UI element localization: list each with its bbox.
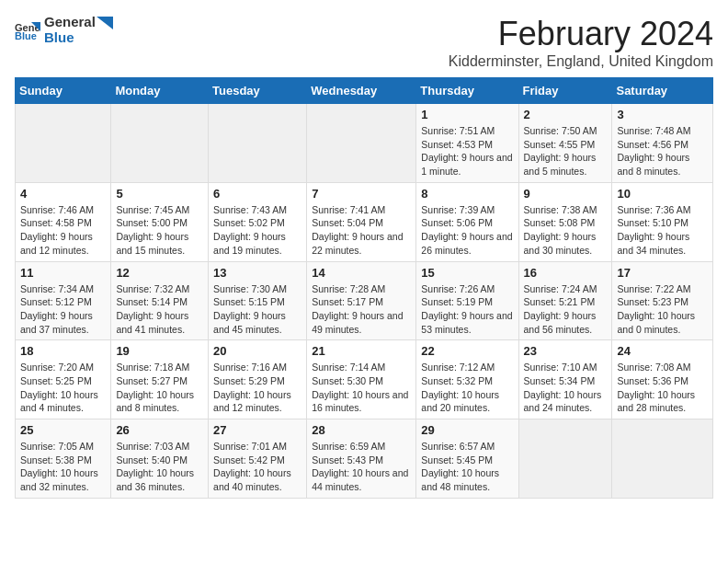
col-header-friday: Friday <box>518 78 612 104</box>
calendar-table: SundayMondayTuesdayWednesdayThursdayFrid… <box>15 77 713 499</box>
day-info: Sunrise: 7:41 AMSunset: 5:04 PMDaylight:… <box>312 203 411 258</box>
day-info: Sunrise: 7:30 AMSunset: 5:15 PMDaylight:… <box>213 282 301 337</box>
page-title: February 2024 <box>449 15 713 53</box>
calendar-cell: 26Sunrise: 7:03 AMSunset: 5:40 PMDayligh… <box>111 419 209 499</box>
week-row-2: 4Sunrise: 7:46 AMSunset: 4:58 PMDaylight… <box>16 182 713 261</box>
day-info: Sunrise: 7:08 AMSunset: 5:36 PMDaylight:… <box>617 361 708 415</box>
col-header-thursday: Thursday <box>416 78 518 104</box>
day-number: 25 <box>20 423 106 437</box>
week-row-4: 18Sunrise: 7:20 AMSunset: 5:25 PMDayligh… <box>16 340 713 419</box>
calendar-cell: 23Sunrise: 7:10 AMSunset: 5:34 PMDayligh… <box>518 340 612 419</box>
week-row-5: 25Sunrise: 7:05 AMSunset: 5:38 PMDayligh… <box>16 419 713 499</box>
logo-arrow <box>97 17 113 29</box>
calendar-cell: 5Sunrise: 7:45 AMSunset: 5:00 PMDaylight… <box>111 182 209 261</box>
calendar-cell: 7Sunrise: 7:41 AMSunset: 5:04 PMDaylight… <box>307 182 416 261</box>
calendar-cell: 15Sunrise: 7:26 AMSunset: 5:19 PMDayligh… <box>416 261 518 340</box>
day-info: Sunrise: 7:36 AMSunset: 5:10 PMDaylight:… <box>617 203 708 258</box>
calendar-cell: 8Sunrise: 7:39 AMSunset: 5:06 PMDaylight… <box>416 182 518 261</box>
day-number: 23 <box>524 344 608 358</box>
logo-general: General <box>44 14 96 29</box>
logo-blue: Blue <box>44 30 114 46</box>
calendar-cell: 29Sunrise: 6:57 AMSunset: 5:45 PMDayligh… <box>416 419 518 499</box>
header-row: SundayMondayTuesdayWednesdayThursdayFrid… <box>16 78 713 104</box>
day-info: Sunrise: 7:45 AMSunset: 5:00 PMDaylight:… <box>116 203 203 258</box>
day-info: Sunrise: 7:24 AMSunset: 5:21 PMDaylight:… <box>524 282 608 337</box>
day-info: Sunrise: 7:18 AMSunset: 5:27 PMDaylight:… <box>116 361 203 415</box>
calendar-cell: 17Sunrise: 7:22 AMSunset: 5:23 PMDayligh… <box>612 261 713 340</box>
day-number: 8 <box>421 187 513 201</box>
calendar-cell: 9Sunrise: 7:38 AMSunset: 5:08 PMDaylight… <box>518 182 612 261</box>
col-header-tuesday: Tuesday <box>209 78 307 104</box>
col-header-monday: Monday <box>111 78 209 104</box>
day-info: Sunrise: 7:20 AMSunset: 5:25 PMDaylight:… <box>20 361 106 415</box>
day-info: Sunrise: 7:14 AMSunset: 5:30 PMDaylight:… <box>312 361 411 415</box>
calendar-cell: 18Sunrise: 7:20 AMSunset: 5:25 PMDayligh… <box>16 340 111 419</box>
day-info: Sunrise: 6:59 AMSunset: 5:43 PMDaylight:… <box>312 440 411 494</box>
day-info: Sunrise: 7:16 AMSunset: 5:29 PMDaylight:… <box>213 361 301 415</box>
day-number: 6 <box>213 187 301 201</box>
day-number: 13 <box>213 266 301 280</box>
day-number: 29 <box>421 423 513 437</box>
day-info: Sunrise: 7:26 AMSunset: 5:19 PMDaylight:… <box>421 282 513 337</box>
calendar-cell: 2Sunrise: 7:50 AMSunset: 4:55 PMDaylight… <box>518 104 612 183</box>
day-info: Sunrise: 7:01 AMSunset: 5:42 PMDaylight:… <box>213 440 301 494</box>
calendar-cell: 3Sunrise: 7:48 AMSunset: 4:56 PMDaylight… <box>612 104 713 183</box>
day-number: 10 <box>617 187 708 201</box>
svg-text:Blue: Blue <box>15 30 37 40</box>
calendar-cell <box>111 104 209 183</box>
calendar-cell: 19Sunrise: 7:18 AMSunset: 5:27 PMDayligh… <box>111 340 209 419</box>
day-info: Sunrise: 7:43 AMSunset: 5:02 PMDaylight:… <box>213 203 301 258</box>
header: General Blue General Blue February 2024 … <box>15 15 713 70</box>
calendar-cell: 10Sunrise: 7:36 AMSunset: 5:10 PMDayligh… <box>612 182 713 261</box>
day-number: 19 <box>116 344 203 358</box>
calendar-cell: 21Sunrise: 7:14 AMSunset: 5:30 PMDayligh… <box>307 340 416 419</box>
day-number: 28 <box>312 423 411 437</box>
calendar-cell: 25Sunrise: 7:05 AMSunset: 5:38 PMDayligh… <box>16 419 111 499</box>
day-number: 27 <box>213 423 301 437</box>
calendar-cell <box>307 104 416 183</box>
day-number: 7 <box>312 187 411 201</box>
calendar-cell: 14Sunrise: 7:28 AMSunset: 5:17 PMDayligh… <box>307 261 416 340</box>
calendar-cell: 13Sunrise: 7:30 AMSunset: 5:15 PMDayligh… <box>209 261 307 340</box>
day-number: 24 <box>617 344 708 358</box>
calendar-cell: 1Sunrise: 7:51 AMSunset: 4:53 PMDaylight… <box>416 104 518 183</box>
day-info: Sunrise: 7:38 AMSunset: 5:08 PMDaylight:… <box>524 203 608 258</box>
day-number: 16 <box>524 266 608 280</box>
day-info: Sunrise: 7:03 AMSunset: 5:40 PMDaylight:… <box>116 440 203 494</box>
logo-icon: General Blue <box>15 20 40 40</box>
day-number: 1 <box>421 108 513 121</box>
day-number: 15 <box>421 266 513 280</box>
day-info: Sunrise: 7:22 AMSunset: 5:23 PMDaylight:… <box>617 282 708 337</box>
calendar-cell: 22Sunrise: 7:12 AMSunset: 5:32 PMDayligh… <box>416 340 518 419</box>
calendar-cell: 28Sunrise: 6:59 AMSunset: 5:43 PMDayligh… <box>307 419 416 499</box>
calendar-cell: 4Sunrise: 7:46 AMSunset: 4:58 PMDaylight… <box>16 182 111 261</box>
day-number: 14 <box>312 266 411 280</box>
day-number: 4 <box>20 187 106 201</box>
day-info: Sunrise: 6:57 AMSunset: 5:45 PMDaylight:… <box>421 440 513 494</box>
day-info: Sunrise: 7:39 AMSunset: 5:06 PMDaylight:… <box>421 203 513 258</box>
day-number: 21 <box>312 344 411 358</box>
day-info: Sunrise: 7:51 AMSunset: 4:53 PMDaylight:… <box>421 124 513 178</box>
day-info: Sunrise: 7:32 AMSunset: 5:14 PMDaylight:… <box>116 282 203 337</box>
calendar-cell: 11Sunrise: 7:34 AMSunset: 5:12 PMDayligh… <box>16 261 111 340</box>
col-header-wednesday: Wednesday <box>307 78 416 104</box>
calendar-cell: 20Sunrise: 7:16 AMSunset: 5:29 PMDayligh… <box>209 340 307 419</box>
day-info: Sunrise: 7:34 AMSunset: 5:12 PMDaylight:… <box>20 282 106 337</box>
col-header-saturday: Saturday <box>612 78 713 104</box>
svg-marker-3 <box>97 17 113 29</box>
calendar-cell: 24Sunrise: 7:08 AMSunset: 5:36 PMDayligh… <box>612 340 713 419</box>
day-number: 20 <box>213 344 301 358</box>
week-row-1: 1Sunrise: 7:51 AMSunset: 4:53 PMDaylight… <box>16 104 713 183</box>
calendar-cell <box>209 104 307 183</box>
day-info: Sunrise: 7:12 AMSunset: 5:32 PMDaylight:… <box>421 361 513 415</box>
col-header-sunday: Sunday <box>16 78 111 104</box>
calendar-cell: 16Sunrise: 7:24 AMSunset: 5:21 PMDayligh… <box>518 261 612 340</box>
day-number: 3 <box>617 108 708 121</box>
day-number: 11 <box>20 266 106 280</box>
calendar-cell <box>518 419 612 499</box>
day-info: Sunrise: 7:10 AMSunset: 5:34 PMDaylight:… <box>524 361 608 415</box>
day-number: 5 <box>116 187 203 201</box>
day-info: Sunrise: 7:28 AMSunset: 5:17 PMDaylight:… <box>312 282 411 337</box>
calendar-cell: 6Sunrise: 7:43 AMSunset: 5:02 PMDaylight… <box>209 182 307 261</box>
calendar-cell: 12Sunrise: 7:32 AMSunset: 5:14 PMDayligh… <box>111 261 209 340</box>
